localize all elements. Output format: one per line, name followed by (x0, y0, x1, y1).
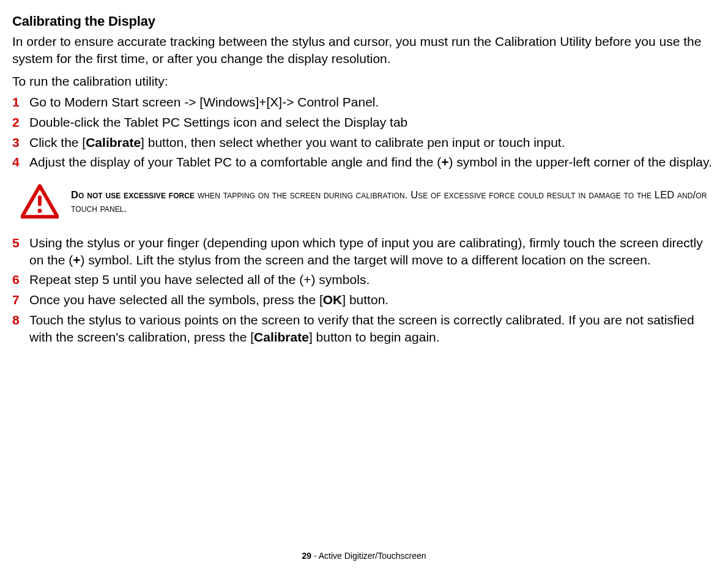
section-heading: Calibrating the Display (12, 13, 716, 29)
intro-paragraph: In order to ensure accurate tracking bet… (12, 33, 716, 67)
step-5: 5 Using the stylus or your finger (depen… (12, 234, 716, 268)
step-number: 6 (12, 271, 20, 288)
page-number: 29 (302, 551, 311, 561)
step-number: 4 (12, 154, 20, 171)
warning-text: Do not use excessive force when tapping … (71, 188, 716, 215)
step-number: 5 (12, 234, 20, 252)
warning-strong: Do not use excessive force (71, 189, 195, 200)
lead-in: To run the calibration utility: (12, 73, 716, 90)
step-number: 7 (12, 291, 20, 308)
step-text: Using the stylus or your finger (dependi… (29, 236, 703, 267)
step-7: 7 Once you have selected all the symbols… (12, 291, 716, 308)
bold-calibrate: Calibrate (254, 330, 309, 344)
step-text: Double-click the Tablet PC Settings icon… (29, 115, 407, 129)
step-number: 2 (12, 114, 20, 131)
step-2: 2 Double-click the Tablet PC Settings ic… (12, 114, 716, 131)
footer-sep: - (311, 551, 319, 561)
step-4: 4 Adjust the display of your Tablet PC t… (12, 154, 716, 171)
svg-rect-0 (38, 195, 42, 206)
svg-point-1 (38, 209, 42, 213)
page: Calibrating the Display In order to ensu… (0, 0, 728, 568)
step-text: Adjust the display of your Tablet PC to … (29, 155, 712, 169)
warning-callout: Do not use excessive force when tapping … (12, 184, 716, 219)
footer-section: Active Digitizer/Touchscreen (319, 551, 426, 561)
step-number: 1 (12, 94, 20, 111)
step-text: Click the [Calibrate] button, then selec… (29, 135, 565, 149)
bold-plus: + (73, 253, 80, 267)
step-text: Once you have selected all the symbols, … (29, 293, 388, 307)
step-6: 6 Repeat step 5 until you have selected … (12, 271, 716, 288)
warning-icon (21, 184, 59, 219)
step-3: 3 Click the [Calibrate] button, then sel… (12, 134, 716, 151)
steps-list-a: 1 Go to Modern Start screen -> [Windows]… (12, 94, 716, 171)
step-1: 1 Go to Modern Start screen -> [Windows]… (12, 94, 716, 111)
step-text: Go to Modern Start screen -> [Windows]+[… (29, 95, 379, 109)
bold-plus: + (441, 155, 448, 169)
step-number: 8 (12, 312, 20, 329)
page-footer: 29 - Active Digitizer/Touchscreen (0, 551, 728, 561)
step-text: Repeat step 5 until you have selected al… (29, 272, 370, 286)
steps-list-b: 5 Using the stylus or your finger (depen… (12, 234, 716, 345)
step-8: 8 Touch the stylus to various points on … (12, 312, 716, 345)
bold-ok: OK (323, 293, 343, 307)
step-number: 3 (12, 134, 20, 151)
bold-calibrate: Calibrate (86, 135, 141, 149)
step-text: Touch the stylus to various points on th… (29, 313, 694, 344)
